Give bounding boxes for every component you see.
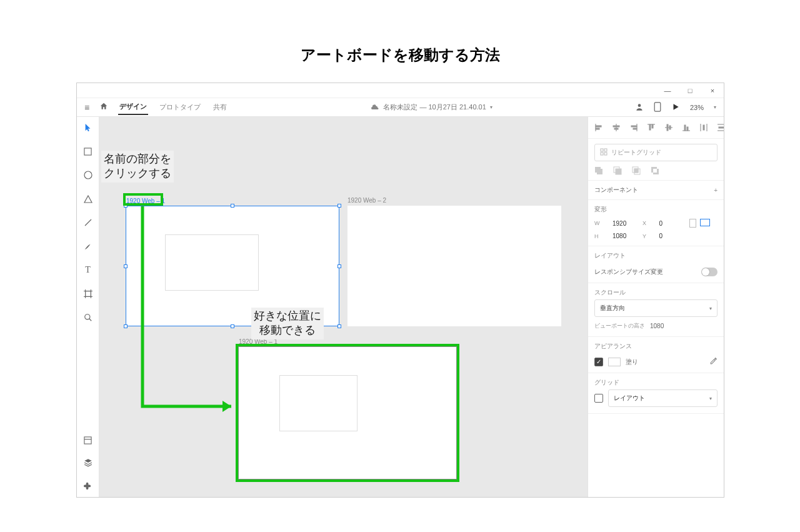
grid-type-select[interactable]: レイアウト ▾: [608, 389, 718, 407]
bool-add-icon[interactable]: [594, 166, 603, 175]
artboard-label[interactable]: 1920 Web – 2: [348, 197, 386, 204]
user-icon[interactable]: [635, 103, 644, 113]
tab-prototype[interactable]: プロトタイプ: [158, 100, 202, 114]
polygon-tool[interactable]: [81, 192, 95, 206]
svg-rect-24: [649, 124, 651, 130]
y-value[interactable]: 0: [659, 233, 684, 239]
align-left-icon[interactable]: [594, 123, 603, 132]
distribute-h-icon[interactable]: [699, 123, 708, 132]
align-middle-v-icon[interactable]: [664, 123, 673, 132]
svg-rect-31: [687, 127, 688, 131]
repeat-grid-button[interactable]: リピートグリッド: [594, 144, 718, 161]
canvas-area[interactable]: 1920 Web – 1 1920 Web – 2 1920 Web – 1: [99, 117, 588, 497]
svg-rect-38: [601, 149, 603, 151]
window-maximize-button[interactable]: □: [686, 87, 694, 94]
home-icon[interactable]: [99, 102, 108, 113]
svg-rect-1: [654, 102, 661, 111]
bool-subtract-icon[interactable]: [613, 166, 622, 175]
eyedropper-icon[interactable]: [709, 357, 718, 366]
artboard-tool[interactable]: [81, 287, 95, 301]
viewport-height-value[interactable]: 1080: [650, 323, 664, 329]
grid-enable-checkbox[interactable]: [594, 394, 603, 403]
responsive-resize-toggle[interactable]: [701, 268, 718, 276]
window-minimize-button[interactable]: —: [664, 87, 671, 94]
document-title-text: 名称未設定 — 10月27日 21.40.01: [383, 103, 486, 112]
svg-rect-41: [604, 153, 607, 155]
artboard-web-1-selected[interactable]: 1920 Web – 1: [126, 206, 339, 326]
rectangle-tool[interactable]: [81, 144, 95, 158]
bool-exclude-icon[interactable]: [651, 166, 659, 175]
svg-point-0: [638, 104, 641, 107]
align-distribute-row: [588, 117, 724, 139]
document-title[interactable]: 名称未設定 — 10月27日 21.40.01 ▾: [371, 103, 492, 112]
fill-enable-checkbox[interactable]: ✓: [594, 358, 603, 366]
x-label: X: [642, 220, 654, 226]
height-value[interactable]: 1080: [612, 233, 638, 239]
desktop-preview-play-icon[interactable]: [671, 103, 680, 113]
distribute-v-icon[interactable]: [717, 123, 724, 132]
pen-tool[interactable]: [81, 239, 95, 253]
add-component-icon[interactable]: +: [714, 187, 718, 194]
chevron-down-icon: ▾: [709, 306, 712, 311]
align-top-icon[interactable]: [647, 123, 656, 132]
bool-intersect-icon[interactable]: [632, 166, 641, 175]
selection-handle-bl[interactable]: [124, 324, 128, 328]
artboard-web-1-moved[interactable]: 1920 Web – 1: [238, 346, 457, 479]
tab-design[interactable]: デザイン: [118, 99, 148, 115]
artboard-label[interactable]: 1920 Web – 1: [126, 198, 165, 204]
window-titlebar: — □ ×: [77, 83, 724, 98]
line-tool[interactable]: [81, 216, 95, 229]
selection-handle-l[interactable]: [124, 264, 128, 268]
svg-rect-16: [596, 128, 599, 129]
svg-rect-27: [667, 124, 668, 131]
tab-share[interactable]: 共有: [212, 100, 228, 114]
selection-handle-br[interactable]: [338, 324, 341, 328]
align-center-h-icon[interactable]: [612, 123, 621, 132]
x-value[interactable]: 0: [659, 220, 684, 227]
window-close-button[interactable]: ×: [709, 87, 716, 94]
scroll-section: 垂直方向 ▾ ビューポートの高さ 1080: [588, 299, 724, 337]
svg-line-4: [85, 219, 91, 226]
scroll-direction-select[interactable]: 垂直方向 ▾: [594, 299, 718, 317]
responsive-resize-label: レスポンシブサイズ変更: [594, 268, 663, 276]
landscape-icon[interactable]: [700, 219, 710, 226]
text-tool[interactable]: T: [81, 263, 95, 277]
align-right-icon[interactable]: [629, 123, 638, 132]
width-label: W: [594, 220, 608, 226]
svg-rect-19: [614, 128, 618, 129]
selection-handle-b[interactable]: [231, 324, 234, 328]
svg-point-10: [84, 314, 89, 319]
annotation-callout-click-name: 名前の部分を クリックする: [101, 151, 174, 183]
selection-handle-r[interactable]: [338, 264, 341, 268]
selection-handle-tl[interactable]: [124, 204, 128, 208]
plugins-panel-icon[interactable]: [81, 478, 95, 492]
appearance-section: ✓ 塗り: [588, 353, 724, 373]
device-preview-icon[interactable]: [654, 102, 661, 113]
page-title: アートボードを移動する方法: [0, 45, 800, 65]
svg-rect-39: [604, 149, 607, 151]
ellipse-tool[interactable]: [81, 168, 95, 182]
portrait-icon[interactable]: [689, 219, 696, 228]
chevron-down-icon[interactable]: ▾: [714, 104, 716, 110]
svg-rect-22: [633, 128, 637, 129]
layout-section-title: レイアウト: [588, 246, 724, 263]
select-tool[interactable]: [81, 121, 95, 134]
zoom-tool[interactable]: [81, 311, 95, 324]
svg-rect-15: [596, 126, 601, 127]
artboard-web-2[interactable]: 1920 Web – 2: [348, 206, 561, 326]
artboard-label[interactable]: 1920 Web – 1: [239, 338, 278, 345]
width-value[interactable]: 1920: [612, 220, 638, 227]
responsive-resize-row: レスポンシブサイズ変更: [588, 263, 724, 283]
fill-color-swatch[interactable]: [608, 358, 621, 366]
fill-label: 塗り: [626, 358, 638, 366]
selection-handle-t[interactable]: [231, 204, 234, 208]
artboard-inner-rect[interactable]: [279, 375, 358, 431]
selection-handle-tr[interactable]: [338, 204, 341, 208]
layers-panel-icon[interactable]: [81, 456, 95, 469]
artboard-inner-rect[interactable]: [165, 234, 259, 291]
hamburger-menu-icon[interactable]: ≡: [84, 103, 89, 113]
zoom-level[interactable]: 23%: [690, 104, 704, 111]
chevron-down-icon: ▾: [490, 104, 492, 110]
assets-panel-icon[interactable]: [81, 433, 95, 447]
align-bottom-icon[interactable]: [682, 123, 691, 132]
